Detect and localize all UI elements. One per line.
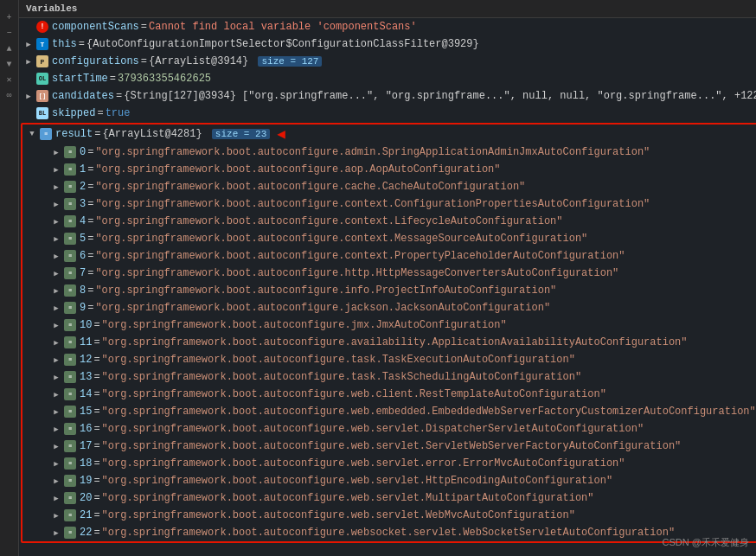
- result-item-10[interactable]: ▶ ≡ 10 = "org.springframework.boot.autoc…: [22, 316, 756, 334]
- expand-btn-item-18[interactable]: ▶: [50, 457, 62, 470]
- icon-list-item-7: ≡: [64, 267, 76, 279]
- result-item-21[interactable]: ▶ ≡ 21 = "org.springframework.boot.autoc…: [22, 507, 756, 524]
- var-index-6: 6: [80, 250, 86, 262]
- expand-btn-item-10[interactable]: ▶: [50, 319, 62, 331]
- icon-list-item-17: ≡: [64, 440, 76, 452]
- icon-this: T: [36, 38, 48, 50]
- var-row-configurations[interactable]: ▶ P configurations = {ArrayList@3914} si…: [19, 53, 756, 70]
- result-item-20[interactable]: ▶ ≡ 20 = "org.springframework.boot.autoc…: [22, 489, 756, 507]
- var-value-item-2: "org.springframework.boot.autoconfigure.…: [95, 181, 525, 193]
- result-item-13[interactable]: ▶ ≡ 13 = "org.springframework.boot.autoc…: [22, 368, 756, 386]
- icon-list-item-1: ≡: [64, 163, 76, 176]
- expand-btn-item-14[interactable]: ▶: [50, 388, 62, 400]
- expand-btn-result[interactable]: ▼: [26, 128, 38, 140]
- expand-btn-item-8[interactable]: ▶: [50, 284, 62, 297]
- expand-btn-item-22[interactable]: ▶: [50, 527, 62, 539]
- result-item-1[interactable]: ▶ ≡ 1 = "org.springframework.boot.autoco…: [22, 161, 756, 178]
- variables-list[interactable]: ▶ ! componentScans = Cannot find local v…: [19, 18, 756, 556]
- expand-btn-this[interactable]: ▶: [22, 38, 35, 50]
- result-item-6[interactable]: ▶ ≡ 6 = "org.springframework.boot.autoco…: [22, 247, 756, 265]
- var-name-skipped: skipped: [52, 107, 95, 119]
- var-index-20: 20: [80, 492, 92, 504]
- expand-btn-item-4[interactable]: ▶: [50, 215, 62, 227]
- icon-list-item-19: ≡: [64, 475, 76, 487]
- expand-btn-candidates[interactable]: ▶: [22, 90, 35, 102]
- result-item-16[interactable]: ▶ ≡ 16 = "org.springframework.boot.autoc…: [22, 420, 756, 438]
- gutter-add-icon[interactable]: +: [3, 10, 16, 24]
- icon-list-item-20: ≡: [64, 492, 76, 504]
- var-row-componentScans[interactable]: ▶ ! componentScans = Cannot find local v…: [19, 18, 756, 35]
- var-name-startTime: startTime: [52, 73, 108, 85]
- expand-btn-item-1[interactable]: ▶: [50, 163, 62, 176]
- var-index-14: 14: [80, 388, 92, 400]
- expand-btn-item-0[interactable]: ▶: [50, 146, 62, 158]
- var-size-result: size = 23: [212, 129, 270, 139]
- result-item-9[interactable]: ▶ ≡ 9 = "org.springframework.boot.autoco…: [22, 299, 756, 316]
- icon-list-item-9: ≡: [64, 302, 76, 314]
- gutter-x-icon[interactable]: ✕: [3, 73, 16, 86]
- icon-list-item-6: ≡: [64, 250, 76, 262]
- expand-btn-item-13[interactable]: ▶: [50, 371, 62, 383]
- var-row-candidates[interactable]: ▶ [] candidates = {String[127]@3934} ["o…: [19, 87, 756, 105]
- left-gutter: + − ▲ ▼ ✕ ∞: [0, 0, 19, 556]
- panel-header-label: [0, 2, 18, 9]
- expand-btn-configurations[interactable]: ▶: [22, 55, 35, 67]
- result-item-19[interactable]: ▶ ≡ 19 = "org.springframework.boot.autoc…: [22, 472, 756, 489]
- result-item-11[interactable]: ▶ ≡ 11 = "org.springframework.boot.autoc…: [22, 334, 756, 351]
- icon-protected-configurations: P: [36, 55, 48, 67]
- result-item-18[interactable]: ▶ ≡ 18 = "org.springframework.boot.autoc…: [22, 455, 756, 472]
- var-value-item-19: "org.springframework.boot.autoconfigure.…: [102, 475, 613, 487]
- expand-btn-item-20[interactable]: ▶: [50, 492, 62, 504]
- result-item-22[interactable]: ▶ ≡ 22 = "org.springframework.boot.autoc…: [22, 524, 756, 541]
- result-header[interactable]: ▼ ≡ result = {ArrayList@4281} size = 23 …: [22, 125, 756, 144]
- gutter-infinity-icon[interactable]: ∞: [3, 88, 16, 102]
- result-item-8[interactable]: ▶ ≡ 8 = "org.springframework.boot.autoco…: [22, 282, 756, 299]
- icon-list-item-22: ≡: [64, 527, 76, 539]
- var-index-17: 17: [80, 440, 92, 452]
- var-index-2: 2: [80, 181, 86, 193]
- expand-btn-item-12[interactable]: ▶: [50, 354, 62, 366]
- var-index-11: 11: [80, 336, 92, 348]
- gutter-minus-icon[interactable]: −: [3, 26, 16, 40]
- expand-btn-item-5[interactable]: ▶: [50, 233, 62, 245]
- result-item-7[interactable]: ▶ ≡ 7 = "org.springframework.boot.autoco…: [22, 265, 756, 282]
- result-item-17[interactable]: ▶ ≡ 17 = "org.springframework.boot.autoc…: [22, 438, 756, 455]
- expand-btn-item-7[interactable]: ▶: [50, 267, 62, 279]
- var-value-item-12: "org.springframework.boot.autoconfigure.…: [102, 354, 575, 366]
- var-value-item-17: "org.springframework.boot.autoconfigure.…: [102, 440, 682, 452]
- expand-btn-item-21[interactable]: ▶: [50, 509, 62, 521]
- var-name-result: result: [55, 128, 93, 140]
- var-row-this[interactable]: ▶ T this = {AutoConfigurationImportSelec…: [19, 35, 756, 53]
- result-item-2[interactable]: ▶ ≡ 2 = "org.springframework.boot.autoco…: [22, 178, 756, 195]
- gutter-down-icon[interactable]: ▼: [3, 57, 16, 71]
- expand-btn-item-9[interactable]: ▶: [50, 302, 62, 314]
- icon-list-item-8: ≡: [64, 284, 76, 297]
- var-value-item-14: "org.springframework.boot.autoconfigure.…: [102, 388, 606, 400]
- result-item-5[interactable]: ▶ ≡ 5 = "org.springframework.boot.autoco…: [22, 230, 756, 247]
- expand-btn-item-11[interactable]: ▶: [50, 336, 62, 348]
- result-item-0[interactable]: ▶ ≡ 0 = "org.springframework.boot.autoco…: [22, 144, 756, 161]
- var-index-12: 12: [80, 354, 92, 366]
- var-row-startTime[interactable]: ▶ OL startTime = 379363355462625: [19, 70, 756, 87]
- var-value-this: {AutoConfigurationImportSelector$Configu…: [86, 38, 479, 50]
- result-item-4[interactable]: ▶ ≡ 4 = "org.springframework.boot.autoco…: [22, 213, 756, 230]
- var-size-configurations: size = 127: [258, 56, 322, 67]
- gutter-up-icon[interactable]: ▲: [3, 42, 16, 55]
- expand-btn-item-19[interactable]: ▶: [50, 475, 62, 487]
- var-name-configurations: configurations: [52, 55, 139, 67]
- result-box: ▼ ≡ result = {ArrayList@4281} size = 23 …: [21, 123, 756, 543]
- expand-btn-item-6[interactable]: ▶: [50, 250, 62, 262]
- result-item-14[interactable]: ▶ ≡ 14 = "org.springframework.boot.autoc…: [22, 386, 756, 403]
- expand-btn-item-16[interactable]: ▶: [50, 423, 62, 435]
- var-row-skipped[interactable]: ▶ BL skipped = true: [19, 105, 756, 122]
- icon-list-item-4: ≡: [64, 215, 76, 227]
- result-item-12[interactable]: ▶ ≡ 12 = "org.springframework.boot.autoc…: [22, 351, 756, 368]
- result-item-15[interactable]: ▶ ≡ 15 = "org.springframework.boot.autoc…: [22, 403, 756, 420]
- expand-btn-item-3[interactable]: ▶: [50, 198, 62, 210]
- var-index-15: 15: [80, 406, 92, 418]
- expand-btn-item-17[interactable]: ▶: [50, 440, 62, 452]
- result-item-3[interactable]: ▶ ≡ 3 = "org.springframework.boot.autoco…: [22, 195, 756, 213]
- expand-btn-item-2[interactable]: ▶: [50, 181, 62, 193]
- var-value-item-4: "org.springframework.boot.autoconfigure.…: [95, 215, 562, 227]
- expand-btn-item-15[interactable]: ▶: [50, 406, 62, 418]
